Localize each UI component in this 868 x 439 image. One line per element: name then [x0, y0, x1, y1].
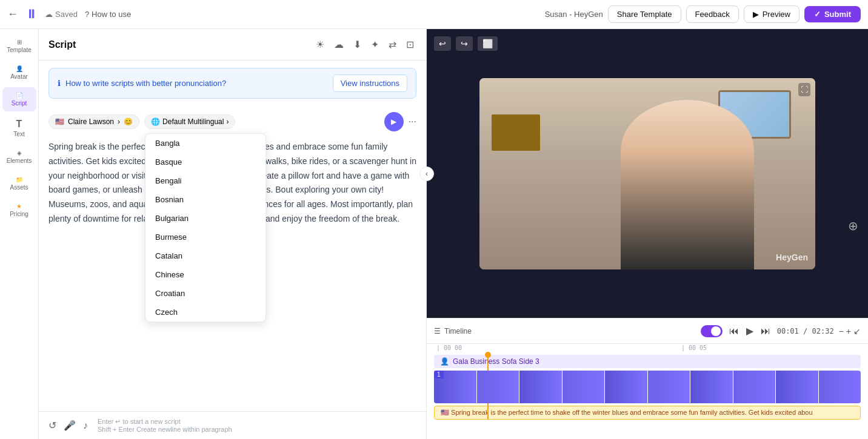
share-template-button[interactable]: Share Template: [608, 5, 681, 23]
dropdown-item-bangla[interactable]: Bangla: [145, 134, 265, 153]
grid-icon: ⊞: [17, 39, 22, 45]
script-header: Script ☀ ☁ ⬇ ✦ ⇄ ⊡: [39, 29, 426, 61]
time-current: 00:01: [777, 327, 799, 335]
info-banner-message: How to write scripts with better pronunc…: [65, 79, 226, 88]
mic-button[interactable]: 🎤: [64, 420, 76, 431]
dropdown-item-bulgarian[interactable]: Bulgarian: [145, 209, 265, 228]
info-banner: ℹ How to write scripts with better pronu…: [48, 68, 416, 99]
emoji-icon: 😊: [124, 117, 133, 126]
track-frame-5: [605, 371, 647, 403]
sidebar-item-script[interactable]: 📄 Script: [2, 87, 36, 111]
timeline-play-button[interactable]: ▶: [744, 323, 755, 338]
preview-button[interactable]: ▶ Preview: [744, 5, 800, 23]
dropdown-item-chinese[interactable]: Chinese: [145, 265, 265, 284]
main-area: ⊞ Template 👤 Avatar 📄 Script T Text ◈ El…: [0, 29, 868, 439]
chevron-down-icon: ›: [118, 117, 120, 126]
sidebar-item-label: Script: [12, 100, 27, 107]
track-frame-10: [819, 371, 861, 403]
script-content: 🇺🇸 Claire Lawson › 😊 🌐 Default Multiling…: [39, 106, 426, 411]
redo-button[interactable]: ↪: [456, 36, 473, 51]
dropdown-item-czech[interactable]: Czech: [145, 303, 265, 322]
collapse-timeline-button[interactable]: ↙: [853, 326, 861, 336]
language-dropdown: Bangla Basque Bengali Bosnian Bulgarian …: [145, 133, 266, 322]
sidebar-item-text[interactable]: T Text: [2, 114, 36, 142]
feedback-button[interactable]: Feedback: [686, 5, 739, 23]
dropdown-item-croatian[interactable]: Croatian: [145, 284, 265, 303]
zoom-out-button[interactable]: −: [839, 326, 844, 336]
timeline-text: Timeline: [444, 327, 472, 335]
sidebar-item-pricing[interactable]: ★ Pricing: [2, 198, 36, 222]
dropdown-item-burmese[interactable]: Burmese: [145, 228, 265, 246]
user-info: Susan - HeyGen: [545, 10, 603, 19]
track-frame-2: [477, 371, 519, 403]
sidebar-item-template[interactable]: ⊞ Template: [2, 34, 36, 58]
newline-hint: Shift + Enter Create newline within para…: [98, 426, 232, 433]
time-separator: /: [803, 327, 812, 335]
ruler-mark-5: | 00 05: [681, 345, 707, 351]
collapse-script-button[interactable]: ⊡: [404, 36, 416, 53]
scene-shelf-decor: [492, 114, 540, 151]
timeline-controls-group: ⏮ ▶ ⏭ 00:01 / 02:32 − + ↙: [701, 323, 861, 338]
sidebar-item-elements[interactable]: ◈ Elements: [2, 145, 36, 169]
text-icon: T: [16, 119, 22, 130]
document-icon: 📄: [16, 92, 23, 99]
dropdown-item-catalan[interactable]: Catalan: [145, 246, 265, 265]
dropdown-item-basque[interactable]: Basque: [145, 153, 265, 171]
history-button[interactable]: ↺: [48, 420, 56, 431]
sidebar-item-label: Pricing: [10, 211, 28, 217]
view-instructions-button[interactable]: View instructions: [333, 74, 407, 92]
zoom-in-button[interactable]: +: [846, 326, 851, 336]
magic-button[interactable]: ✦: [369, 36, 381, 53]
topbar: ← ⏸ ☁ Saved ? How to use Susan - HeyGen …: [0, 0, 868, 29]
download-button[interactable]: ⬇: [351, 36, 364, 53]
timeline-header: ☰ Timeline ⏮ ▶ ⏭ 00:01 / 02:32: [427, 319, 868, 344]
info-banner-text: ℹ How to write scripts with better pronu…: [58, 79, 226, 88]
saved-indicator: ☁ Saved: [45, 10, 78, 19]
lang-flag-icon: 🌐: [151, 117, 160, 126]
track-number-badge: 1: [434, 371, 444, 378]
screen-mode-button[interactable]: ⬜: [478, 36, 498, 51]
language-chip[interactable]: 🌐 Default Multilingual › Bangla Basque B…: [144, 114, 235, 129]
translate-button[interactable]: ⇄: [386, 36, 399, 53]
check-icon: ✓: [814, 10, 821, 19]
picture-in-picture-icon[interactable]: ⛶: [798, 83, 810, 96]
sidebar: ⊞ Template 👤 Avatar 📄 Script T Text ◈ El…: [0, 29, 39, 439]
more-options-button[interactable]: ···: [409, 116, 416, 127]
how-to-use-button[interactable]: ? How to use: [85, 10, 131, 19]
submit-button[interactable]: ✓ Submit: [804, 6, 861, 22]
shapes-icon: ◈: [17, 150, 22, 156]
preview-label: Preview: [763, 10, 790, 19]
sidebar-item-assets[interactable]: 📁 Assets: [2, 171, 36, 196]
ruler-mark-0: | 00 00: [436, 345, 462, 351]
zoom-icon[interactable]: ⊕: [848, 219, 858, 233]
sidebar-item-label: Elements: [7, 157, 32, 164]
play-script-button[interactable]: ▶: [384, 112, 404, 131]
timeline-next-button[interactable]: ⏭: [759, 324, 772, 338]
topbar-left: ← ⏸ ☁ Saved ? How to use: [7, 7, 131, 21]
footer-hints: Enter ↵ to start a new script Shift + En…: [98, 418, 232, 433]
sidebar-item-avatar[interactable]: 👤 Avatar: [2, 61, 36, 85]
lang-chevron-icon: ›: [226, 117, 229, 126]
sidebar-item-label: Template: [7, 47, 32, 53]
back-button[interactable]: ←: [7, 8, 18, 21]
timeline-prev-button[interactable]: ⏮: [727, 324, 741, 338]
brightness-button[interactable]: ☀: [313, 36, 327, 53]
cloud-save-button[interactable]: ☁: [332, 36, 346, 53]
track-frame-7: [690, 371, 733, 403]
dropdown-item-bengali[interactable]: Bengali: [145, 171, 265, 190]
avatar-chip[interactable]: 🇺🇸 Claire Lawson › 😊: [48, 114, 139, 129]
submit-label: Submit: [824, 10, 851, 19]
info-icon: ℹ: [58, 79, 61, 88]
scene-name: Gala Business Sofa Side 3: [453, 357, 539, 366]
script-title: Script: [48, 39, 76, 50]
timeline-panel: ☰ Timeline ⏮ ▶ ⏭ 00:01 / 02:32: [427, 318, 868, 439]
avatar-icon: 👤: [440, 357, 449, 366]
collapse-panel-button[interactable]: ‹: [419, 167, 434, 181]
new-script-hint: Enter ↵ to start a new script: [98, 418, 232, 426]
logo-button[interactable]: ⏸: [25, 7, 38, 21]
timeline-toggle[interactable]: [701, 325, 723, 337]
script-footer: ↺ 🎤 ♪ Enter ↵ to start a new script Shif…: [39, 411, 426, 439]
undo-button[interactable]: ↩: [434, 36, 451, 51]
audio-button[interactable]: ♪: [83, 420, 88, 431]
dropdown-item-bosnian[interactable]: Bosnian: [145, 190, 265, 209]
